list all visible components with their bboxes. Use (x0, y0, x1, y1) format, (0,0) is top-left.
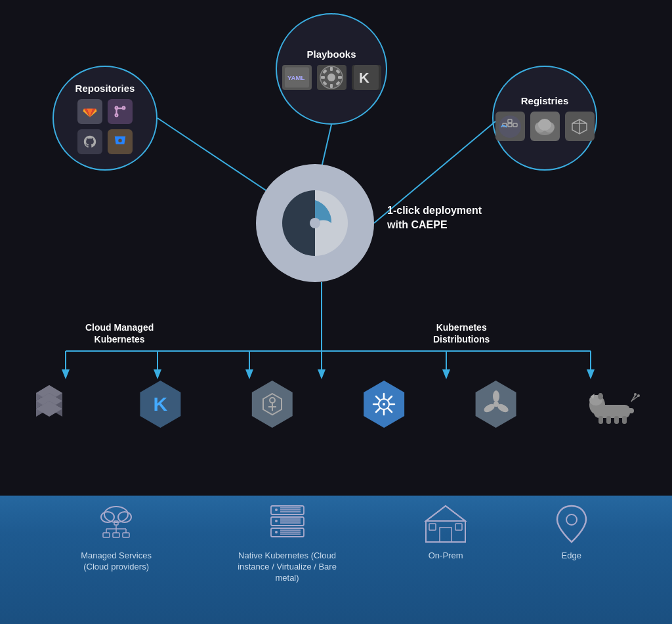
svg-point-72 (493, 390, 499, 402)
svg-rect-83 (614, 416, 619, 424)
svg-marker-117 (426, 506, 465, 521)
svg-point-107 (275, 520, 278, 522)
svg-line-69 (388, 396, 392, 400)
k3s-platform-icon (472, 381, 520, 428)
playbooks-label: Playbooks (306, 49, 356, 60)
svg-rect-98 (103, 533, 110, 537)
on-prem-item: On-Prem (423, 503, 469, 562)
playbooks-icons: YAML (282, 65, 381, 90)
docker-registry-icon (495, 112, 525, 141)
svg-rect-84 (622, 416, 627, 424)
helm-icon (317, 65, 346, 90)
repositories-icons (77, 99, 133, 154)
repositories-label: Repositories (75, 83, 135, 94)
svg-rect-26 (321, 76, 325, 79)
diagram-container: Repositories (0, 0, 672, 624)
k8s-dist-label: Kubernetes Distributions (433, 322, 490, 345)
registries-label: Registries (521, 95, 569, 106)
svg-point-91 (118, 512, 131, 522)
svg-point-112 (275, 531, 278, 533)
edge-label: Edge (562, 551, 581, 560)
svg-rect-100 (123, 533, 129, 537)
on-prem-label: On-Prem (429, 551, 463, 562)
svg-point-88 (637, 394, 640, 397)
svg-rect-27 (338, 76, 342, 79)
pin-icon (552, 503, 591, 545)
cloud-registry-icon (530, 112, 560, 141)
barn-icon (423, 503, 469, 545)
bitbucket-icon (108, 129, 133, 154)
svg-marker-13 (245, 369, 253, 379)
helm-wheel-platform-icon (360, 381, 408, 428)
repositories-circle: Repositories (52, 66, 158, 171)
svg-point-23 (327, 73, 335, 81)
infrastructure-items: Managed Services(Cloud providers) (0, 503, 672, 584)
git-icon (108, 99, 133, 124)
svg-point-42 (538, 119, 551, 131)
native-k8s-label: Native Kubernetes (Cloudinstance / Virtu… (235, 551, 340, 584)
svg-marker-14 (318, 369, 326, 379)
svg-rect-82 (606, 416, 611, 424)
gitlab-icon (77, 99, 102, 124)
harvester-platform-icon (584, 382, 643, 428)
cloud-k8s-label: Cloud Managed Kubernetes (85, 322, 154, 345)
svg-rect-25 (330, 84, 333, 88)
infrastructure-section: Infrastructure (0, 473, 672, 624)
github-icon (77, 129, 102, 154)
one-click-label: 1-click deployment with CAEPE (387, 203, 482, 233)
k8s-dark-platform-icon: K (136, 381, 184, 428)
yaml-icon: YAML (282, 65, 312, 90)
svg-point-121 (566, 514, 577, 525)
svg-rect-81 (598, 416, 603, 424)
rancher-platform-icon (249, 381, 296, 428)
svg-marker-16 (587, 369, 595, 379)
svg-point-47 (310, 218, 320, 228)
svg-marker-11 (62, 369, 70, 379)
artifact-registry-icon (565, 112, 595, 141)
eks-platform-icon (26, 382, 72, 428)
svg-line-67 (376, 396, 380, 400)
native-k8s-item: Native Kubernetes (Cloudinstance / Virtu… (235, 503, 340, 584)
svg-point-102 (275, 509, 278, 511)
svg-rect-118 (440, 528, 452, 542)
registries-icons (495, 112, 595, 141)
svg-point-18 (116, 114, 118, 116)
caepe-logo (256, 164, 374, 282)
svg-line-68 (388, 408, 392, 412)
svg-line-70 (376, 408, 380, 412)
svg-point-89 (104, 507, 128, 522)
svg-rect-24 (330, 67, 333, 71)
playbooks-circle: Playbooks YAML (276, 13, 387, 125)
kustomize-icon: K (352, 65, 381, 90)
managed-services-icon (93, 503, 139, 545)
svg-text:YAML: YAML (287, 73, 304, 81)
svg-marker-15 (442, 369, 450, 379)
svg-point-80 (598, 393, 603, 400)
server-stack-icon (264, 503, 310, 545)
managed-services-label: Managed Services(Cloud providers) (81, 551, 152, 573)
svg-rect-119 (429, 524, 436, 530)
platform-icons-row: K (26, 381, 643, 428)
svg-rect-77 (622, 408, 634, 413)
svg-point-58 (270, 398, 275, 403)
svg-rect-120 (455, 524, 462, 530)
svg-point-62 (383, 403, 385, 406)
svg-marker-12 (154, 369, 161, 379)
svg-rect-99 (113, 533, 119, 537)
infrastructure-title: Infrastructure (297, 483, 374, 497)
managed-services-item: Managed Services(Cloud providers) (81, 503, 152, 573)
edge-item: Edge (552, 503, 591, 560)
svg-line-1 (322, 125, 331, 167)
svg-point-86 (634, 393, 637, 396)
svg-point-90 (101, 512, 114, 522)
svg-text:K: K (359, 70, 369, 86)
registries-circle: Registries (492, 66, 597, 171)
